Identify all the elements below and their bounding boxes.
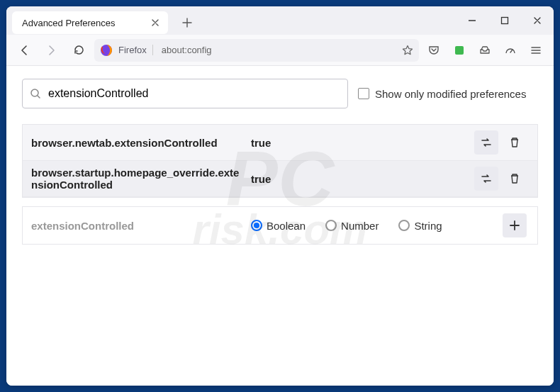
nav-toolbar: Firefox about:config [6,35,554,66]
delete-button[interactable] [503,167,527,191]
pref-value: true [251,173,472,185]
radio-string[interactable]: String [398,220,442,232]
browser-window: Advanced Preferences Firefox about:confi… [6,6,554,386]
toggle-button[interactable] [474,130,498,155]
add-pref-name: extensionControlled [31,220,251,232]
minimize-button[interactable] [456,6,488,35]
pref-value: true [251,137,472,149]
search-icon [30,88,41,99]
radio-number[interactable]: Number [325,220,379,232]
extension-icon[interactable] [449,40,470,61]
checkbox-icon [358,88,369,99]
maximize-button[interactable] [488,6,521,35]
search-row: Show only modified preferences [22,79,538,108]
forward-button[interactable] [40,39,63,62]
url-text: about:config [159,45,212,55]
tab-title: Advanced Preferences [22,18,144,28]
radio-icon [325,220,337,231]
pocket-icon[interactable] [423,40,444,61]
radio-boolean[interactable]: Boolean [251,220,306,232]
pref-list: browser.newtab.extensionControlled true … [22,124,538,198]
window-controls [456,6,554,35]
pref-row: browser.newtab.extensionControlled true [23,125,537,161]
inbox-icon[interactable] [474,40,495,61]
pref-name: browser.startup.homepage_override.extens… [31,167,251,191]
search-box[interactable] [22,79,348,108]
menu-icon[interactable] [525,40,547,61]
svg-rect-2 [455,46,464,55]
reload-button[interactable] [67,39,90,62]
checkbox-label: Show only modified preferences [375,88,526,100]
page-content: Show only modified preferences browser.n… [6,66,554,386]
bookmark-star-icon[interactable] [402,45,413,56]
toggle-button[interactable] [474,167,498,191]
type-radio-group: Boolean Number String [251,220,500,232]
close-tab-icon[interactable] [150,17,161,28]
tab-active[interactable]: Advanced Preferences [12,11,168,34]
search-input[interactable] [48,87,340,100]
pref-name: browser.newtab.extensionControlled [31,137,251,149]
radio-label: Number [341,220,379,232]
new-tab-button[interactable] [177,12,198,33]
radio-label: String [414,220,442,232]
identity-label: Firefox [118,45,153,55]
svg-rect-0 [502,18,508,24]
radio-icon [398,220,410,231]
close-window-button[interactable] [521,6,554,35]
back-button[interactable] [13,39,36,62]
add-button[interactable] [503,213,527,237]
url-bar[interactable]: Firefox about:config [94,39,419,62]
titlebar: Advanced Preferences [6,6,554,35]
delete-button[interactable] [503,130,527,155]
show-modified-checkbox[interactable]: Show only modified preferences [358,88,526,100]
radio-label: Boolean [267,220,306,232]
pref-row: browser.startup.homepage_override.extens… [23,161,537,197]
dashboard-icon[interactable] [500,40,521,61]
add-pref-row: extensionControlled Boolean Number Strin… [22,206,538,245]
firefox-icon [100,44,113,57]
radio-icon [251,220,262,231]
